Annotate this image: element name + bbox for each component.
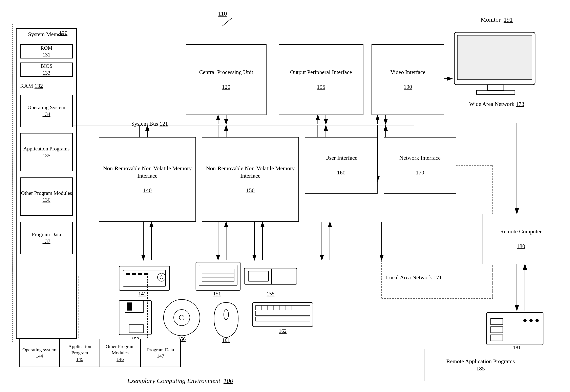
svg-point-72 [174, 309, 190, 326]
lan-label: Local Area Network 171 [384, 274, 444, 281]
svg-text:141: 141 [138, 291, 146, 297]
ui-box: User Interface160 [305, 137, 377, 194]
remote-computer-box: Remote Computer180 [482, 214, 559, 264]
program-data-box: Program Data137 [20, 222, 73, 254]
svg-point-73 [179, 315, 184, 320]
device-162: 162 [250, 298, 315, 335]
bus-label: System Bus 121 [131, 121, 168, 127]
device-141: 141 [117, 258, 174, 298]
os-box: Operating System134 [20, 95, 73, 127]
ni-box: Network Interface170 [384, 137, 456, 194]
device-155: 155 [242, 258, 299, 298]
svg-rect-57 [199, 265, 237, 285]
svg-rect-92 [491, 319, 503, 325]
svg-rect-56 [196, 262, 240, 290]
svg-point-49 [157, 273, 165, 281]
opi-box: Output Peripheral Interface195 [279, 44, 363, 115]
svg-text:162: 162 [279, 328, 287, 334]
svg-rect-51 [126, 273, 130, 275]
svg-rect-69 [127, 302, 132, 310]
ref-130: 130 [59, 30, 67, 36]
wan-label: Wide Area Network 173 [466, 101, 527, 107]
device-152: 152 [115, 298, 155, 343]
diagram: 110 System Memory 130 ROM 131 BIOS 133 R… [0, 0, 570, 392]
rom-box: ROM 131 [20, 44, 73, 58]
svg-point-96 [529, 319, 533, 322]
data-147-box: Program Data147 [140, 339, 181, 367]
svg-rect-79 [255, 306, 310, 310]
svg-point-71 [164, 299, 200, 336]
svg-text:155: 155 [267, 291, 275, 297]
remote-app-box: Remote Application Programs 185 [424, 349, 537, 381]
nvm2-box: Non-Removable Non-Volatile Memory Interf… [202, 137, 299, 222]
device-151: 151 [194, 258, 242, 298]
device-161: 161 [208, 298, 244, 343]
svg-rect-81 [255, 317, 310, 321]
svg-rect-68 [129, 325, 143, 333]
svg-text:161: 161 [222, 337, 230, 343]
svg-rect-54 [144, 273, 149, 275]
device-156: 156 [162, 298, 202, 343]
cpu-box: Central Processing Unit120 [186, 44, 267, 115]
svg-rect-80 [255, 311, 310, 316]
bios-box: BIOS 133 [20, 63, 73, 77]
svg-rect-58 [202, 269, 234, 281]
svg-rect-91 [487, 313, 543, 345]
video-box: Video Interface190 [372, 44, 444, 115]
svg-rect-52 [132, 273, 136, 275]
other-146-box: Other Program Modules146 [100, 339, 140, 367]
svg-rect-62 [244, 268, 297, 284]
svg-rect-44 [457, 35, 532, 80]
svg-point-97 [536, 319, 539, 322]
svg-rect-66 [119, 300, 151, 335]
svg-rect-47 [119, 266, 170, 290]
svg-point-50 [160, 276, 163, 279]
nvm1-box: Non-Removable Non-Volatile Memory Interf… [99, 137, 196, 222]
ram-label: RAM 132 [20, 83, 43, 89]
os-144-box: Operating system144 [19, 339, 60, 367]
monitor-icon [450, 28, 541, 97]
svg-rect-48 [123, 270, 165, 286]
app-145-box: Application Program145 [60, 339, 100, 367]
svg-text:151: 151 [213, 291, 221, 297]
diagram-title: Exemplary Computing Environment 100 [127, 377, 233, 385]
ref-110: 110 [218, 10, 227, 17]
svg-rect-45 [488, 85, 504, 91]
svg-rect-93 [491, 327, 503, 333]
svg-rect-63 [248, 271, 269, 281]
app-programs-box: Application Programs135 [20, 133, 73, 171]
svg-rect-94 [491, 335, 503, 341]
svg-rect-53 [138, 273, 142, 275]
svg-point-95 [523, 319, 526, 322]
other-modules-box: Other Program Modules136 [20, 177, 73, 216]
device-181: 181 [485, 310, 545, 351]
monitor-label: Monitor 191 [456, 16, 537, 23]
